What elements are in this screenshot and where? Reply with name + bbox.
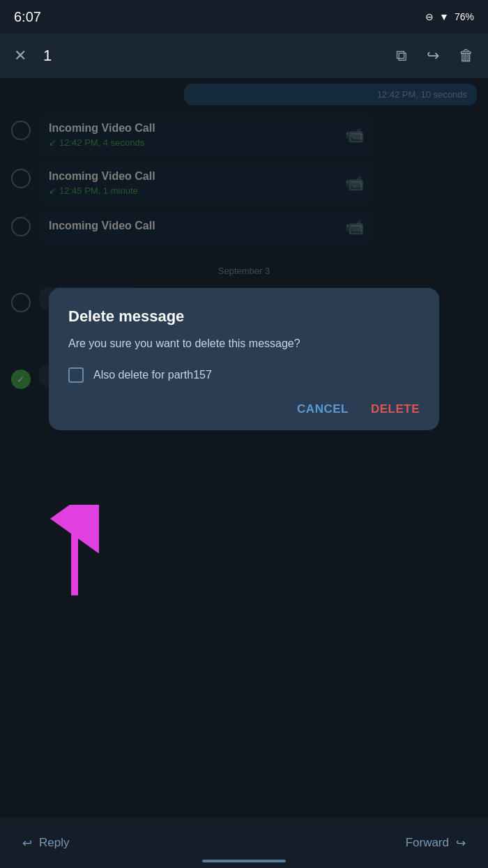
dnd-icon: ⊖ [425, 11, 434, 22]
battery-icon: 76% [455, 11, 474, 22]
copy-button[interactable]: ⧉ [396, 47, 407, 65]
status-icons: ⊖ ▼ 76% [425, 11, 474, 22]
status-bar: 6:07 ⊖ ▼ 76% [0, 0, 488, 33]
also-delete-checkbox[interactable] [68, 367, 84, 383]
also-delete-row: Also delete for parth157 [68, 367, 420, 383]
selected-count: 1 [43, 47, 52, 65]
reply-label: Reply [39, 836, 69, 850]
chat-area: 12:42 PM, 10 seconds Incoming Video Call… [0, 78, 488, 818]
delete-confirm-button[interactable]: DELETE [371, 402, 420, 416]
dialog-title: Delete message [68, 307, 420, 326]
bottom-action-bar: ↩ Reply Forward ↪ [0, 818, 488, 868]
forward-label: Forward [406, 836, 449, 850]
status-time: 6:07 [14, 9, 41, 25]
dialog-actions: CANCEL DELETE [68, 402, 420, 416]
delete-button[interactable]: 🗑 [459, 47, 474, 65]
home-indicator [202, 860, 286, 862]
close-button[interactable]: ✕ [14, 47, 26, 65]
forward-icon: ↪ [456, 836, 466, 851]
arrow-annotation [50, 505, 99, 598]
top-bar-actions: ⧉ ↪ 🗑 [396, 47, 474, 65]
dialog-overlay [0, 78, 488, 818]
forward-button[interactable]: Forward ↪ [406, 836, 466, 851]
also-delete-label: Also delete for parth157 [93, 369, 212, 381]
wifi-icon: ▼ [439, 11, 449, 22]
svg-marker-2 [61, 505, 89, 526]
delete-dialog: Delete message Are you sure you want to … [49, 288, 439, 430]
reply-button[interactable]: ↩ Reply [22, 836, 69, 851]
dialog-body: Are you sure you want to delete this mes… [68, 335, 420, 352]
top-action-bar: ✕ 1 ⧉ ↪ 🗑 [0, 33, 488, 78]
forward-button[interactable]: ↪ [427, 47, 439, 65]
reply-icon: ↩ [22, 836, 32, 851]
cancel-button[interactable]: CANCEL [297, 402, 349, 416]
